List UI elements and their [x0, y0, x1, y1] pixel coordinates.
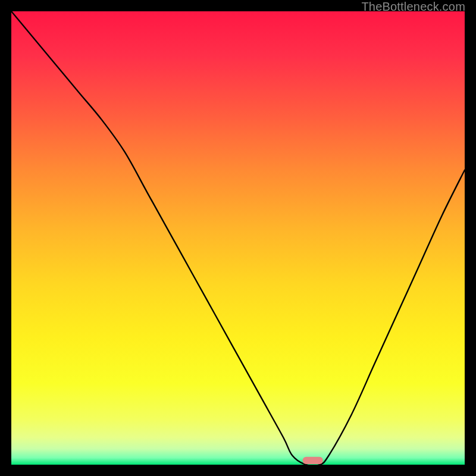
watermark-text: TheBottleneck.com — [361, 0, 465, 14]
plot-area — [11, 11, 465, 465]
chart-frame: TheBottleneck.com — [0, 0, 476, 476]
highlight-pill — [303, 457, 323, 464]
chart-svg — [11, 11, 465, 465]
gradient-background — [11, 11, 465, 465]
